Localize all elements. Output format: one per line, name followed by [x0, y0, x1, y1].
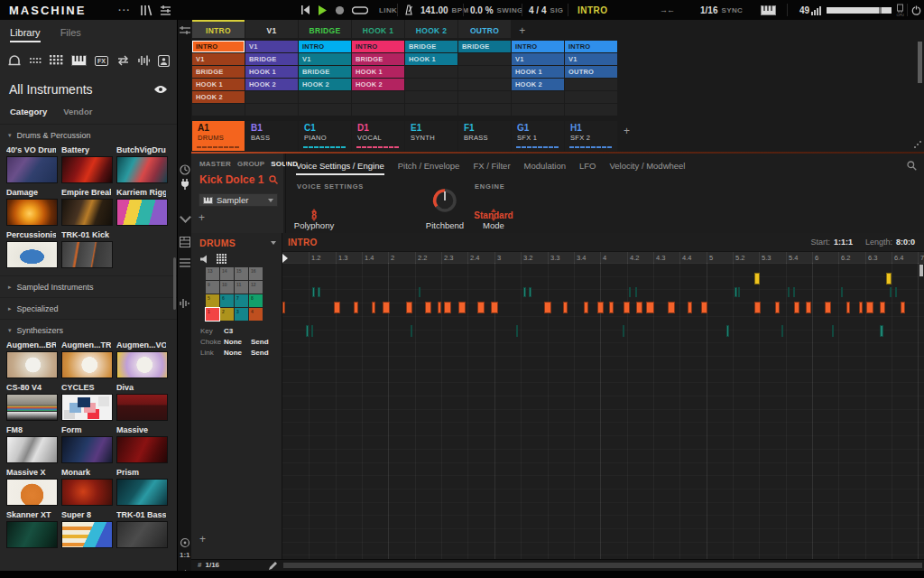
note-kick[interactable] [668, 302, 675, 313]
pattern-cell-empty[interactable] [405, 79, 457, 90]
power-button[interactable] [911, 0, 921, 20]
polyphony-stepper[interactable]: 8 [297, 193, 331, 238]
note-kick[interactable] [880, 302, 885, 313]
group-b1[interactable]: B1BASS [245, 121, 298, 151]
note-perc[interactable] [623, 325, 624, 337]
library-item[interactable]: Augmen...TRINGS [61, 340, 111, 378]
library-item[interactable]: Karriem Riggins [116, 188, 166, 226]
note-kick[interactable] [438, 302, 441, 313]
pattern-cell[interactable]: V1 [512, 53, 564, 65]
param-tab[interactable]: Modulation [524, 161, 566, 175]
group-f1[interactable]: F1BRASS [458, 121, 511, 151]
note-kick[interactable] [477, 302, 485, 313]
pad-14[interactable]: 14 [220, 267, 234, 280]
note-perc[interactable] [832, 325, 834, 337]
automation-clock-icon[interactable] [180, 164, 190, 175]
ideas-view-icon[interactable] [180, 25, 190, 36]
group-caret-icon[interactable] [271, 241, 276, 245]
note-accent[interactable] [886, 273, 892, 284]
note-kick[interactable] [334, 302, 340, 313]
audition-speaker-icon[interactable] [200, 255, 209, 264]
pattern-cell-empty[interactable] [565, 79, 617, 90]
param-tab[interactable]: Velocity / Modwheel [610, 161, 686, 175]
pattern-cell[interactable]: INTRO [299, 41, 351, 52]
pad-16[interactable]: 16 [249, 267, 263, 280]
note-hat[interactable] [793, 287, 795, 297]
fx-icon[interactable]: FX [95, 53, 108, 68]
pad-property-row[interactable]: LinkNoneSend [200, 349, 278, 357]
pad-12[interactable]: 12 [249, 281, 263, 294]
groups-icon[interactable] [29, 53, 42, 68]
note-hat[interactable] [841, 287, 843, 297]
note-hat[interactable] [629, 287, 631, 297]
scene-tab-intro[interactable]: INTRO [192, 20, 245, 38]
pad-2[interactable]: 2 [220, 308, 234, 321]
sounds-icon[interactable] [50, 53, 63, 68]
pattern-cell[interactable]: BRIDGE [299, 66, 351, 78]
pad-property-row[interactable]: KeyC3 [200, 327, 278, 335]
bpm-display[interactable]: 141.00BPM [420, 0, 469, 20]
note-kick[interactable] [563, 302, 568, 313]
scene-tab-bridge[interactable]: BRIDGE [299, 20, 351, 38]
pattern-cell-empty[interactable] [458, 104, 511, 116]
note-perc[interactable] [411, 325, 412, 337]
note-hat[interactable] [419, 287, 420, 297]
param-tab[interactable]: Voice Settings / Engine [296, 161, 384, 175]
note-hat[interactable] [635, 287, 637, 297]
note-perc[interactable] [306, 325, 309, 337]
note-kick[interactable] [372, 302, 375, 313]
pattern-cell[interactable]: V1 [565, 53, 617, 65]
note-kick[interactable] [646, 302, 654, 313]
pattern-length-display[interactable]: Start:1:1:1Length:8:0:0 [810, 238, 915, 247]
note-kick[interactable] [544, 302, 551, 313]
pattern-cell[interactable]: BRIDGE [192, 66, 245, 78]
note-perc[interactable] [781, 325, 783, 337]
pattern-cell-empty[interactable] [458, 79, 511, 90]
note-kick[interactable] [282, 302, 285, 313]
library-item[interactable]: CYCLES [61, 383, 111, 421]
pad-8[interactable]: 8 [249, 294, 263, 307]
pattern-cell-empty[interactable] [405, 66, 457, 78]
pattern-cell[interactable]: V1 [245, 41, 298, 52]
pattern-cell[interactable]: INTRO [352, 41, 404, 52]
pattern-cell[interactable]: BRIDGE [458, 41, 511, 52]
note-grid[interactable] [282, 263, 924, 560]
browser-tab-files[interactable]: Files [60, 27, 81, 42]
pattern-cell-empty[interactable] [458, 53, 511, 65]
library-item[interactable]: Prism [116, 468, 166, 506]
pattern-cell-empty[interactable] [352, 104, 404, 116]
pattern-cell-empty[interactable] [352, 91, 404, 103]
pattern-cell[interactable]: V1 [299, 53, 351, 65]
note-hat[interactable] [318, 287, 320, 297]
editor-vertical-scrollbar[interactable] [919, 265, 923, 276]
pencil-edit-icon[interactable] [269, 562, 277, 570]
add-sound-button[interactable]: + [199, 533, 206, 545]
library-item[interactable]: Augmen...VOICES [116, 340, 166, 378]
pattern-cell[interactable]: INTRO [565, 41, 617, 52]
library-item[interactable]: Massive X [6, 468, 56, 506]
note-hat[interactable] [735, 287, 737, 297]
browser-section-header[interactable]: ▸Sampled Instruments [0, 275, 177, 297]
note-perc[interactable] [880, 325, 883, 337]
scene-tab-v1[interactable]: V1 [245, 20, 298, 38]
note-hat[interactable] [738, 287, 740, 297]
note-hat[interactable] [529, 287, 531, 297]
library-item[interactable]: Empire Breaks [61, 188, 111, 226]
pad-10[interactable]: 10 [220, 281, 234, 294]
scene-tab-outro[interactable]: OUTRO [458, 20, 511, 38]
browser-section-header[interactable]: ▾Drums & Percussion [0, 124, 177, 145]
control-collapse-chevron-icon[interactable] [180, 213, 190, 224]
scene-tab-hook-1[interactable]: HOOK 1 [352, 20, 404, 38]
editor-horizontal-scrollbar[interactable] [283, 563, 922, 568]
master-volume-slider[interactable] [827, 0, 892, 20]
pattern-cell-empty[interactable] [458, 66, 511, 78]
note-kick[interactable] [806, 302, 811, 313]
maschine-project-icon[interactable] [8, 53, 21, 68]
sound-search-icon[interactable] [269, 175, 278, 184]
loops-icon[interactable] [116, 53, 130, 68]
playhead-marker[interactable] [282, 254, 288, 263]
pattern-cell-empty[interactable] [405, 91, 457, 103]
note-kick[interactable] [688, 302, 692, 313]
note-kick[interactable] [354, 302, 358, 313]
time-signature-display[interactable]: 4 / 4SIG [529, 0, 563, 20]
